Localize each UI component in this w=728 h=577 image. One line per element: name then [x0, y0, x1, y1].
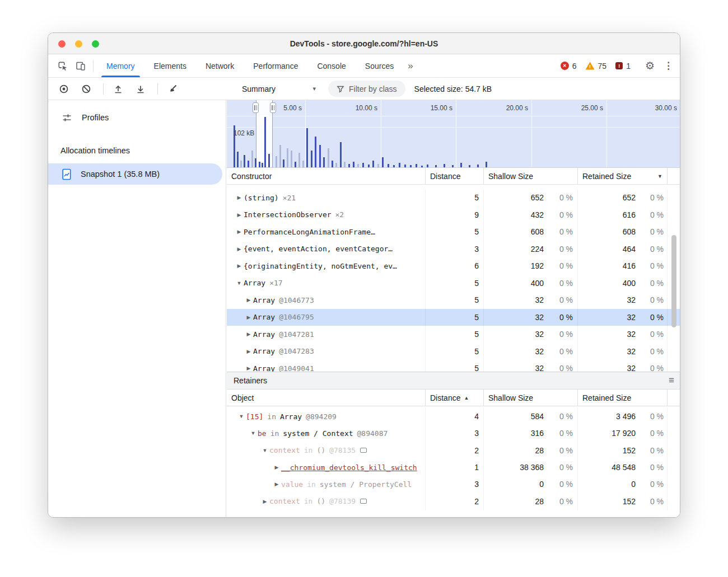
allocation-timeline-overview[interactable]: 102 kB 5.00 s10.00 s15.00 s20.00 s25.00 … — [227, 100, 680, 167]
expander-icon[interactable]: ▶ — [235, 246, 244, 252]
retained-size-percent: 0 % — [636, 295, 667, 304]
timeline-bar — [372, 161, 374, 167]
memory-toolbar: Summary ▾ Filter by class Selected size:… — [48, 78, 680, 100]
table-row[interactable]: ▶IntersectionObserver×294320 %6160 % — [227, 207, 680, 224]
object-id: @1046795 — [279, 313, 314, 321]
expander-icon[interactable]: ▶ — [272, 465, 281, 470]
error-icon: ✕ — [561, 62, 569, 70]
object-type: () — [316, 497, 325, 505]
minimize-button[interactable] — [75, 40, 82, 48]
column-header-shallow-size[interactable]: Shallow Size — [484, 390, 578, 406]
expander-icon[interactable]: ▶ — [235, 195, 244, 200]
retainers-section-header: Retainers ≡ — [227, 372, 680, 390]
left-selection-handle[interactable] — [253, 102, 259, 113]
column-header-retained-size[interactable]: Retained Size▼ — [578, 168, 668, 184]
expander-icon[interactable]: ▶ — [244, 331, 253, 337]
scrollbar-thumb[interactable] — [671, 235, 676, 327]
tab-console[interactable]: Console — [307, 54, 355, 77]
export-profile-button[interactable] — [134, 82, 147, 96]
divider — [93, 60, 94, 72]
kebab-menu-icon[interactable]: ⋮ — [664, 60, 673, 72]
zoom-button[interactable] — [92, 40, 99, 48]
retained-size-percent: 0 % — [636, 364, 667, 372]
more-tabs-icon[interactable]: » — [408, 60, 413, 72]
shallow-size-percent: 0 % — [544, 295, 577, 304]
table-row[interactable]: ▶Array@10467735320 %320 % — [227, 292, 680, 309]
table-row[interactable]: ▶Array@10472835320 %320 % — [227, 343, 680, 360]
timeline-bar — [344, 162, 346, 167]
object-type: system / Context — [283, 429, 353, 438]
issues-badge[interactable]: ! 1 — [615, 62, 631, 71]
expander-icon[interactable]: ▼ — [249, 430, 258, 436]
column-header-object[interactable]: Object — [227, 390, 426, 406]
summary-dropdown-label: Summary — [242, 85, 276, 93]
expander-icon[interactable]: ▼ — [237, 414, 246, 419]
expander-icon[interactable]: ▼ — [235, 280, 244, 286]
column-header-retained-size[interactable]: Retained Size — [578, 390, 668, 406]
record-button[interactable] — [57, 82, 71, 96]
shallow-size-value: 32 — [535, 295, 544, 304]
column-header-constructor[interactable]: Constructor — [227, 168, 426, 184]
table-row[interactable]: ▶__chromium_devtools_kill_switch138 3680… — [227, 459, 680, 476]
console-errors-badge[interactable]: ✕ 6 — [561, 62, 577, 71]
table-row[interactable]: ▶Array@10467955320 %320 % — [227, 309, 680, 326]
shallow-size-percent: 0 % — [544, 227, 577, 236]
expander-icon[interactable]: ▶ — [244, 365, 253, 371]
clear-all-profiles-button[interactable] — [80, 82, 93, 96]
sidebar-item-snapshot-1[interactable]: Snapshot 1 (35.8 MB) — [48, 163, 222, 185]
table-row[interactable]: ▶Array@10472815320 %320 % — [227, 326, 680, 343]
table-row[interactable]: ▶PerformanceLongAnimationFrame…56080 %60… — [227, 223, 680, 241]
retained-size-percent: 0 % — [636, 412, 667, 421]
device-toolbar-icon[interactable] — [72, 58, 90, 74]
column-header-shallow-size[interactable]: Shallow Size — [484, 168, 578, 184]
tab-sources[interactable]: Sources — [356, 54, 403, 77]
expander-icon[interactable]: ▶ — [235, 212, 244, 218]
timeline-bar — [460, 163, 462, 167]
expander-icon[interactable]: ▶ — [260, 499, 269, 504]
right-selection-handle[interactable] — [270, 102, 276, 113]
class-filter[interactable]: Filter by class — [328, 81, 405, 97]
retained-size-value: 48 548 — [612, 463, 636, 472]
table-row[interactable]: ▶{event, eventAction, eventCategor…32240… — [227, 241, 680, 258]
column-header-distance[interactable]: Distance — [426, 168, 484, 184]
timeline-gridline — [305, 100, 306, 167]
shallow-size-value: 0 — [539, 480, 544, 489]
close-button[interactable] — [58, 40, 66, 48]
table-row[interactable]: ▼beinsystem / Context@89408733160 %17 92… — [227, 425, 680, 442]
expander-icon[interactable]: ▶ — [244, 297, 253, 303]
console-warnings-badge[interactable]: ! 75 — [586, 62, 607, 71]
constructor-name: {event, eventAction, eventCategor… — [244, 245, 393, 253]
table-row[interactable]: ▶(string)×2156520 %6520 % — [227, 189, 680, 207]
tab-memory[interactable]: Memory — [97, 54, 144, 77]
timeline-bar — [311, 151, 312, 167]
column-header-distance[interactable]: Distance▲ — [426, 390, 484, 406]
table-row[interactable]: ▶{originatingEntity, noGtmEvent, ev…6192… — [227, 257, 680, 275]
table-row[interactable]: ▼Array×1754000 %4000 % — [227, 275, 680, 292]
class-filter-label: Filter by class — [349, 85, 397, 93]
table-row[interactable]: ▼[15]inArray@89420945840 %3 4960 % — [227, 408, 680, 425]
profiles-tune-icon — [62, 112, 72, 123]
expander-icon[interactable]: ▶ — [235, 263, 244, 269]
filter-funnel-icon — [337, 85, 344, 93]
expander-icon[interactable]: ▶ — [244, 349, 253, 354]
retainers-menu-icon[interactable]: ≡ — [669, 375, 674, 386]
import-profile-button[interactable] — [111, 82, 125, 96]
inspect-icon[interactable] — [54, 58, 72, 74]
tab-network[interactable]: Network — [196, 54, 244, 77]
settings-gear-icon[interactable]: ⚙ — [645, 59, 655, 72]
expander-icon[interactable]: ▶ — [235, 229, 244, 234]
tab-elements[interactable]: Elements — [144, 54, 196, 77]
expander-icon[interactable]: ▼ — [260, 448, 269, 453]
table-row[interactable]: ▶valueinsystem / PropertyCell300 %00 % — [227, 476, 680, 492]
table-row[interactable]: ▶contextin()@781392280 %1520 % — [227, 492, 680, 509]
expander-icon[interactable]: ▶ — [272, 481, 281, 487]
table-row[interactable]: ▶Array@10490415320 %320 % — [227, 360, 680, 372]
retained-size-value: 32 — [627, 313, 636, 322]
tab-performance[interactable]: Performance — [244, 54, 307, 77]
reveal-icon[interactable] — [360, 499, 367, 504]
reveal-icon[interactable] — [360, 448, 367, 453]
delete-profile-brush-button[interactable] — [166, 82, 179, 96]
summary-dropdown[interactable]: Summary ▾ — [242, 85, 316, 93]
table-row[interactable]: ▼contextin()@781352280 %1520 % — [227, 442, 680, 459]
expander-icon[interactable]: ▶ — [244, 315, 253, 320]
